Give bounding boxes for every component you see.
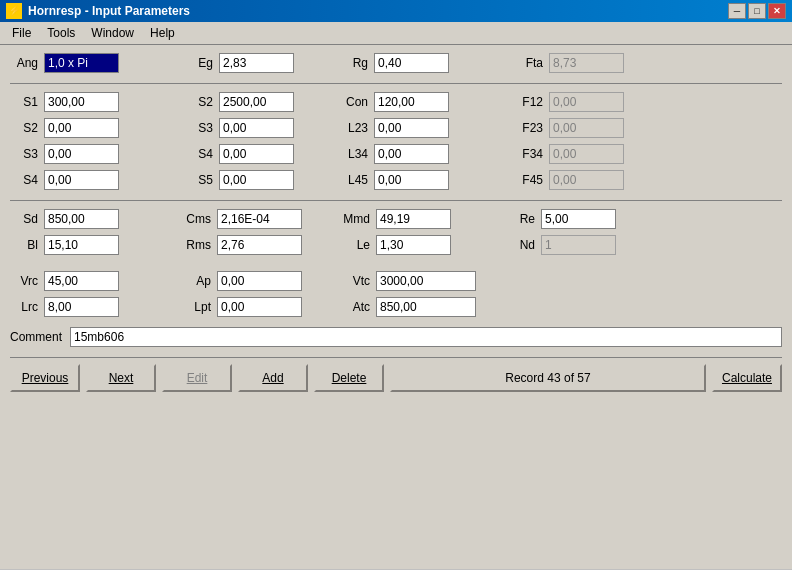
label-s1: S1 bbox=[10, 95, 38, 109]
label-l23: L23 bbox=[340, 121, 368, 135]
input-vrc[interactable] bbox=[44, 271, 119, 291]
close-button[interactable]: ✕ bbox=[768, 3, 786, 19]
row-s3: S3 S4 L34 F34 bbox=[10, 144, 782, 164]
window-title: Hornresp - Input Parameters bbox=[28, 4, 190, 18]
record-indicator: Record 43 of 57 bbox=[390, 364, 706, 392]
menu-file[interactable]: File bbox=[4, 24, 39, 42]
row-lrc: Lrc Lpt Atc bbox=[10, 297, 782, 317]
label-s2: S2 bbox=[10, 121, 38, 135]
input-s3[interactable] bbox=[44, 144, 119, 164]
row-bl: Bl Rms Le Nd bbox=[10, 235, 782, 255]
input-le[interactable] bbox=[376, 235, 451, 255]
label-s4: S4 bbox=[10, 173, 38, 187]
label-s5: S5 bbox=[185, 173, 213, 187]
input-s4[interactable] bbox=[44, 170, 119, 190]
input-rg[interactable] bbox=[374, 53, 449, 73]
input-mmd[interactable] bbox=[376, 209, 451, 229]
label-eg: Eg bbox=[185, 56, 213, 70]
label-f12: F12 bbox=[515, 95, 543, 109]
input-s1[interactable] bbox=[44, 92, 119, 112]
label-s2-top: S2 bbox=[185, 95, 213, 109]
previous-button[interactable]: Previous bbox=[10, 364, 80, 392]
label-l45: L45 bbox=[340, 173, 368, 187]
main-content: Ang Eg Rg Fta S1 S2 Con F12 S2 S3 L23 F2… bbox=[0, 45, 792, 569]
label-vtc: Vtc bbox=[334, 274, 370, 288]
app-icon: ⚡ bbox=[6, 3, 22, 19]
label-l34: L34 bbox=[340, 147, 368, 161]
input-fta bbox=[549, 53, 624, 73]
next-button[interactable]: Next bbox=[86, 364, 156, 392]
label-bl: Bl bbox=[10, 238, 38, 252]
input-f45 bbox=[549, 170, 624, 190]
label-f34: F34 bbox=[515, 147, 543, 161]
label-f23: F23 bbox=[515, 121, 543, 135]
input-f34 bbox=[549, 144, 624, 164]
label-lrc: Lrc bbox=[10, 300, 38, 314]
calculate-button[interactable]: Calculate bbox=[712, 364, 782, 392]
input-sd[interactable] bbox=[44, 209, 119, 229]
comment-row: Comment bbox=[10, 327, 782, 347]
input-s2-top[interactable] bbox=[219, 92, 294, 112]
label-nd: Nd bbox=[507, 238, 535, 252]
label-s4-mid: S4 bbox=[185, 147, 213, 161]
input-con[interactable] bbox=[374, 92, 449, 112]
input-rms[interactable] bbox=[217, 235, 302, 255]
edit-button[interactable]: Edit bbox=[162, 364, 232, 392]
row-sd: Sd Cms Mmd Re bbox=[10, 209, 782, 229]
row-ang: Ang Eg Rg Fta bbox=[10, 53, 782, 73]
input-s3-mid[interactable] bbox=[219, 118, 294, 138]
input-vtc[interactable] bbox=[376, 271, 476, 291]
label-vrc: Vrc bbox=[10, 274, 38, 288]
input-s4-mid[interactable] bbox=[219, 144, 294, 164]
input-nd bbox=[541, 235, 616, 255]
input-atc[interactable] bbox=[376, 297, 476, 317]
input-bl[interactable] bbox=[44, 235, 119, 255]
label-fta: Fta bbox=[515, 56, 543, 70]
row-s4: S4 S5 L45 F45 bbox=[10, 170, 782, 190]
input-f12 bbox=[549, 92, 624, 112]
input-lrc[interactable] bbox=[44, 297, 119, 317]
input-s2[interactable] bbox=[44, 118, 119, 138]
input-cms[interactable] bbox=[217, 209, 302, 229]
label-lpt: Lpt bbox=[175, 300, 211, 314]
menu-window[interactable]: Window bbox=[83, 24, 142, 42]
label-atc: Atc bbox=[334, 300, 370, 314]
label-mmd: Mmd bbox=[334, 212, 370, 226]
delete-button[interactable]: Delete bbox=[314, 364, 384, 392]
label-cms: Cms bbox=[175, 212, 211, 226]
input-s5[interactable] bbox=[219, 170, 294, 190]
input-l23[interactable] bbox=[374, 118, 449, 138]
button-row: Previous Next Edit Add Delete Record 43 … bbox=[10, 357, 782, 392]
row-vrc: Vrc Ap Vtc bbox=[10, 271, 782, 291]
row-s1: S1 S2 Con F12 bbox=[10, 92, 782, 112]
menu-bar: File Tools Window Help bbox=[0, 22, 792, 45]
label-ap: Ap bbox=[175, 274, 211, 288]
minimize-button[interactable]: ─ bbox=[728, 3, 746, 19]
label-rg: Rg bbox=[340, 56, 368, 70]
menu-tools[interactable]: Tools bbox=[39, 24, 83, 42]
input-ang[interactable] bbox=[44, 53, 119, 73]
maximize-button[interactable]: □ bbox=[748, 3, 766, 19]
input-re[interactable] bbox=[541, 209, 616, 229]
row-s2: S2 S3 L23 F23 bbox=[10, 118, 782, 138]
input-ap[interactable] bbox=[217, 271, 302, 291]
label-re: Re bbox=[507, 212, 535, 226]
label-f45: F45 bbox=[515, 173, 543, 187]
label-ang: Ang bbox=[10, 56, 38, 70]
comment-label: Comment bbox=[10, 330, 62, 344]
input-lpt[interactable] bbox=[217, 297, 302, 317]
input-l34[interactable] bbox=[374, 144, 449, 164]
add-button[interactable]: Add bbox=[238, 364, 308, 392]
input-l45[interactable] bbox=[374, 170, 449, 190]
label-s3-mid: S3 bbox=[185, 121, 213, 135]
comment-input[interactable] bbox=[70, 327, 782, 347]
label-con: Con bbox=[340, 95, 368, 109]
label-sd: Sd bbox=[10, 212, 38, 226]
label-s3: S3 bbox=[10, 147, 38, 161]
input-f23 bbox=[549, 118, 624, 138]
title-bar: ⚡ Hornresp - Input Parameters ─ □ ✕ bbox=[0, 0, 792, 22]
input-eg[interactable] bbox=[219, 53, 294, 73]
label-rms: Rms bbox=[175, 238, 211, 252]
label-le: Le bbox=[334, 238, 370, 252]
menu-help[interactable]: Help bbox=[142, 24, 183, 42]
